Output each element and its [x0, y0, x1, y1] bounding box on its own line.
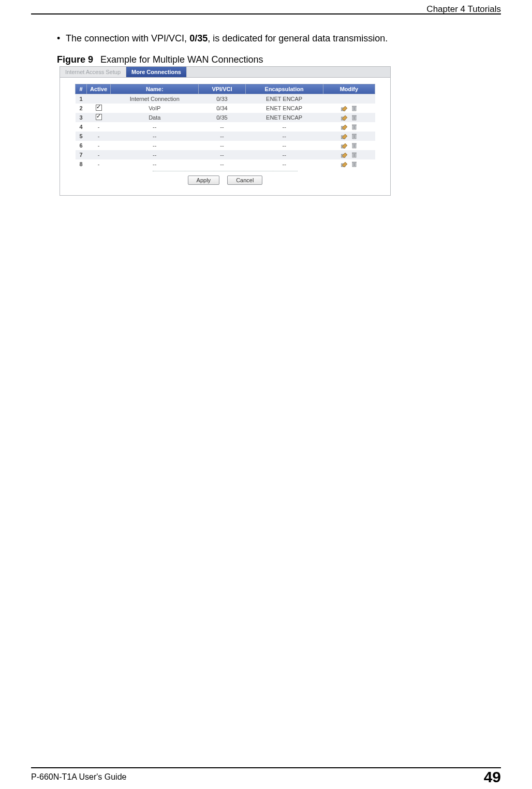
screenshot-wan-connections: Internet Access Setup More Connections #…	[60, 66, 391, 196]
bullet-pre: The connection with VPI/VCI,	[66, 33, 189, 43]
table-row: 8-------	[76, 159, 375, 169]
figure-label: Figure 9	[57, 54, 93, 65]
cell-encap: --	[245, 159, 323, 169]
th-modify: Modify	[323, 84, 375, 94]
cell-name: --	[111, 132, 199, 141]
table-row: 6-------	[76, 141, 375, 150]
cell-active	[87, 94, 111, 104]
cell-vpivci: 0/33	[199, 94, 245, 104]
trash-icon[interactable]	[351, 152, 357, 158]
page-number: 49	[484, 768, 501, 786]
th-name: Name:	[111, 84, 199, 94]
bullet-vpivci: 0/35	[189, 33, 208, 43]
table-row: 2VoIP0/34ENET ENCAP	[76, 104, 375, 113]
table-row: 5-------	[76, 132, 375, 141]
cell-active: -	[87, 141, 111, 150]
tab-more-connections[interactable]: More Connections	[126, 67, 187, 77]
cell-num: 3	[76, 113, 87, 122]
cell-num: 8	[76, 159, 87, 169]
cell-num: 1	[76, 94, 87, 104]
cell-vpivci: --	[199, 141, 245, 150]
svg-rect-20	[352, 134, 357, 135]
trash-icon[interactable]	[351, 161, 357, 167]
active-checkbox[interactable]	[96, 114, 102, 120]
cell-name: --	[111, 122, 199, 132]
cell-modify	[323, 132, 375, 141]
edit-icon[interactable]	[341, 133, 348, 139]
cell-modify	[323, 150, 375, 159]
cell-vpivci: 0/34	[199, 104, 245, 113]
cell-name: Internet Connection	[111, 94, 199, 104]
trash-icon[interactable]	[351, 105, 357, 111]
cell-vpivci: 0/35	[199, 113, 245, 122]
tab-internet-access-setup[interactable]: Internet Access Setup	[60, 67, 126, 77]
cancel-button[interactable]: Cancel	[227, 176, 262, 185]
cell-encap: --	[245, 150, 323, 159]
table-row: 4-------	[76, 122, 375, 132]
cell-active: -	[87, 159, 111, 169]
button-row: Apply Cancel	[65, 174, 385, 188]
edit-icon[interactable]	[341, 161, 348, 167]
cell-encap: ENET ENCAP	[245, 94, 323, 104]
table-row: 1Internet Connection0/33ENET ENCAP	[76, 94, 375, 104]
cell-name: --	[111, 159, 199, 169]
tab-bar: Internet Access Setup More Connections	[60, 67, 390, 78]
chapter-header: Chapter 4 Tutorials	[426, 4, 501, 14]
cell-active: -	[87, 122, 111, 132]
footer-guide-title: P-660N-T1A User's Guide	[31, 772, 126, 782]
cell-modify	[323, 113, 375, 122]
cell-active	[87, 104, 111, 113]
cell-num: 4	[76, 122, 87, 132]
cell-num: 2	[76, 104, 87, 113]
cell-name: Data	[111, 113, 199, 122]
cell-active	[87, 113, 111, 122]
bullet-item: • The connection with VPI/VCI, 0/35, is …	[57, 33, 388, 44]
cell-encap: ENET ENCAP	[245, 113, 323, 122]
table-header-row: # Active Name: VPI/VCI Encapsulation Mod…	[76, 84, 375, 94]
trash-icon[interactable]	[351, 114, 357, 121]
svg-rect-8	[352, 115, 357, 116]
trash-icon[interactable]	[351, 133, 357, 139]
cell-vpivci: --	[199, 132, 245, 141]
figure-caption: Figure 9Example for Multiple WAN Connect…	[57, 54, 263, 65]
cell-encap: --	[245, 122, 323, 132]
th-encap: Encapsulation	[245, 84, 323, 94]
edit-icon[interactable]	[341, 152, 348, 158]
cell-encap: --	[245, 132, 323, 141]
svg-rect-32	[352, 152, 357, 153]
figure-title: Example for Multiple WAN Connections	[100, 54, 263, 65]
cell-encap: ENET ENCAP	[245, 104, 323, 113]
active-checkbox[interactable]	[96, 105, 102, 111]
cell-modify	[323, 159, 375, 169]
bullet-post: , is dedicated for general data transmis…	[208, 33, 388, 43]
table-row: 3Data0/35ENET ENCAP	[76, 113, 375, 122]
edit-icon[interactable]	[341, 124, 348, 130]
svg-rect-26	[352, 143, 357, 144]
cell-num: 5	[76, 132, 87, 141]
cell-modify	[323, 104, 375, 113]
cell-active: -	[87, 132, 111, 141]
cell-modify	[323, 94, 375, 104]
connections-table: # Active Name: VPI/VCI Encapsulation Mod…	[75, 84, 375, 169]
edit-icon[interactable]	[341, 105, 348, 111]
cell-num: 6	[76, 141, 87, 150]
cell-modify	[323, 141, 375, 150]
cell-modify	[323, 122, 375, 132]
bullet-dot: •	[57, 33, 60, 43]
edit-icon[interactable]	[341, 114, 348, 121]
cell-name: --	[111, 150, 199, 159]
apply-button[interactable]: Apply	[188, 176, 220, 185]
cell-encap: --	[245, 141, 323, 150]
edit-icon[interactable]	[341, 142, 348, 149]
cell-active: -	[87, 150, 111, 159]
trash-icon[interactable]	[351, 142, 357, 149]
trash-icon[interactable]	[351, 124, 357, 130]
divider-dotted	[153, 171, 298, 171]
footer-rule	[31, 767, 501, 768]
th-vpivci: VPI/VCI	[199, 84, 245, 94]
cell-name: VoIP	[111, 104, 199, 113]
svg-rect-38	[352, 162, 357, 163]
cell-name: --	[111, 141, 199, 150]
svg-rect-2	[352, 106, 357, 107]
table-row: 7-------	[76, 150, 375, 159]
